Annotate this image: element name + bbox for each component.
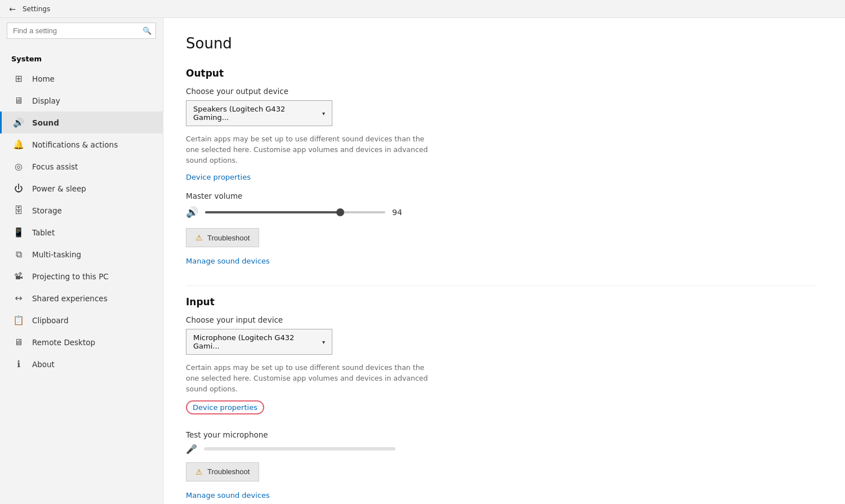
storage-icon: 🗄 (13, 205, 24, 216)
input-section-title: Input (186, 296, 817, 307)
sound-icon: 🔊 (13, 117, 24, 128)
output-section-title: Output (186, 68, 817, 79)
sidebar-item-label-display: Display (32, 96, 152, 105)
output-troubleshoot-button[interactable]: ⚠ Troubleshoot (186, 228, 259, 247)
back-button[interactable]: ← (7, 3, 18, 15)
home-icon: ⊞ (13, 73, 24, 84)
output-device-value: Speakers (Logitech G432 Gaming... (193, 105, 322, 122)
sidebar-item-label-projecting: Projecting to this PC (32, 272, 152, 281)
output-hint: Certain apps may be set up to use differ… (186, 134, 428, 166)
volume-slider-fill (205, 211, 340, 213)
sidebar-item-label-multitasking: Multi-tasking (32, 250, 152, 259)
mic-row: 🎤 (186, 444, 817, 454)
device-properties-highlighted-container: Device properties (186, 400, 817, 422)
input-choose-label: Choose your input device (186, 315, 817, 324)
input-device-properties-link[interactable]: Device properties (186, 400, 264, 414)
section-separator (186, 286, 817, 286)
search-icon: 🔍 (143, 26, 152, 35)
volume-row: 🔊 94 (186, 206, 817, 218)
input-device-dropdown[interactable]: Microphone (Logitech G432 Gami... ▾ (186, 329, 332, 355)
volume-value: 94 (392, 208, 408, 217)
sidebar-item-about[interactable]: ℹAbout (0, 353, 163, 375)
warning-icon-input: ⚠ (195, 467, 203, 476)
shared-icon: ↔ (13, 293, 24, 304)
remote-icon: 🖥 (13, 337, 24, 347)
system-label: System (0, 46, 163, 68)
warning-icon: ⚠ (195, 233, 203, 242)
sidebar-item-power[interactable]: ⏻Power & sleep (0, 177, 163, 199)
display-icon: 🖥 (13, 95, 24, 106)
search-input[interactable] (7, 23, 156, 39)
projecting-icon: 📽 (13, 271, 24, 282)
output-dropdown-arrow: ▾ (322, 110, 325, 117)
sidebar-item-multitasking[interactable]: ⧉Multi-tasking (0, 243, 163, 265)
sidebar-item-label-storage: Storage (32, 206, 152, 215)
output-troubleshoot-label: Troubleshoot (207, 234, 250, 242)
sidebar-item-label-clipboard: Clipboard (32, 316, 152, 325)
sidebar: 🔍 System ⊞Home🖥Display🔊Sound🔔Notificatio… (0, 18, 163, 504)
sidebar-item-label-sound: Sound (32, 118, 152, 127)
sidebar-item-label-remote: Remote Desktop (32, 338, 152, 347)
sidebar-item-label-about: About (32, 360, 152, 369)
volume-slider-thumb[interactable] (336, 208, 344, 216)
mic-bar-track (204, 447, 395, 451)
sidebar-item-projecting[interactable]: 📽Projecting to this PC (0, 265, 163, 287)
tablet-icon: 📱 (13, 227, 24, 238)
clipboard-icon: 📋 (13, 315, 24, 325)
input-troubleshoot-button[interactable]: ⚠ Troubleshoot (186, 462, 259, 481)
multitasking-icon: ⧉ (13, 249, 24, 260)
input-device-value: Microphone (Logitech G432 Gami... (193, 333, 322, 350)
sidebar-item-shared[interactable]: ↔Shared experiences (0, 287, 163, 309)
output-choose-label: Choose your output device (186, 87, 817, 96)
sidebar-nav: ⊞Home🖥Display🔊Sound🔔Notifications & acti… (0, 68, 163, 375)
power-icon: ⏻ (13, 183, 24, 194)
input-manage-devices-link[interactable]: Manage sound devices (186, 491, 270, 499)
sidebar-item-label-home: Home (32, 74, 152, 83)
about-icon: ℹ (13, 359, 24, 369)
app-container: 🔍 System ⊞Home🖥Display🔊Sound🔔Notificatio… (0, 18, 845, 504)
sidebar-item-remote[interactable]: 🖥Remote Desktop (0, 331, 163, 353)
sidebar-item-storage[interactable]: 🗄Storage (0, 199, 163, 221)
title-bar-title: Settings (23, 5, 50, 13)
sidebar-item-sound[interactable]: 🔊Sound (0, 111, 163, 133)
sidebar-item-notifications[interactable]: 🔔Notifications & actions (0, 133, 163, 155)
sidebar-item-home[interactable]: ⊞Home (0, 68, 163, 90)
sidebar-item-focus[interactable]: ◎Focus assist (0, 155, 163, 177)
sidebar-item-clipboard[interactable]: 📋Clipboard (0, 309, 163, 331)
volume-slider-track[interactable] (205, 211, 385, 213)
sidebar-item-label-notifications: Notifications & actions (32, 140, 152, 149)
title-bar: ← Settings (0, 0, 845, 18)
focus-icon: ◎ (13, 161, 24, 172)
volume-label: Master volume (186, 191, 817, 200)
sidebar-item-label-focus: Focus assist (32, 162, 152, 171)
page-title: Sound (186, 35, 817, 52)
sidebar-item-label-shared: Shared experiences (32, 294, 152, 303)
sidebar-item-label-tablet: Tablet (32, 228, 152, 237)
output-device-dropdown[interactable]: Speakers (Logitech G432 Gaming... ▾ (186, 100, 332, 126)
output-device-properties-link[interactable]: Device properties (186, 173, 251, 181)
test-mic-label: Test your microphone (186, 430, 817, 439)
input-section: Input Choose your input device Microphon… (186, 296, 817, 504)
search-box: 🔍 (7, 23, 156, 39)
input-troubleshoot-label: Troubleshoot (207, 467, 250, 476)
notifications-icon: 🔔 (13, 139, 24, 150)
input-hint: Certain apps may be set up to use differ… (186, 363, 428, 394)
output-section: Output Choose your output device Speaker… (186, 68, 817, 275)
input-dropdown-arrow: ▾ (322, 339, 325, 345)
mic-icon: 🎤 (186, 444, 197, 454)
main-content: Sound Output Choose your output device S… (163, 18, 845, 504)
sidebar-item-label-power: Power & sleep (32, 184, 152, 193)
volume-icon: 🔊 (186, 206, 198, 218)
sidebar-item-tablet[interactable]: 📱Tablet (0, 221, 163, 243)
output-manage-devices-link[interactable]: Manage sound devices (186, 257, 270, 265)
sidebar-item-display[interactable]: 🖥Display (0, 90, 163, 111)
